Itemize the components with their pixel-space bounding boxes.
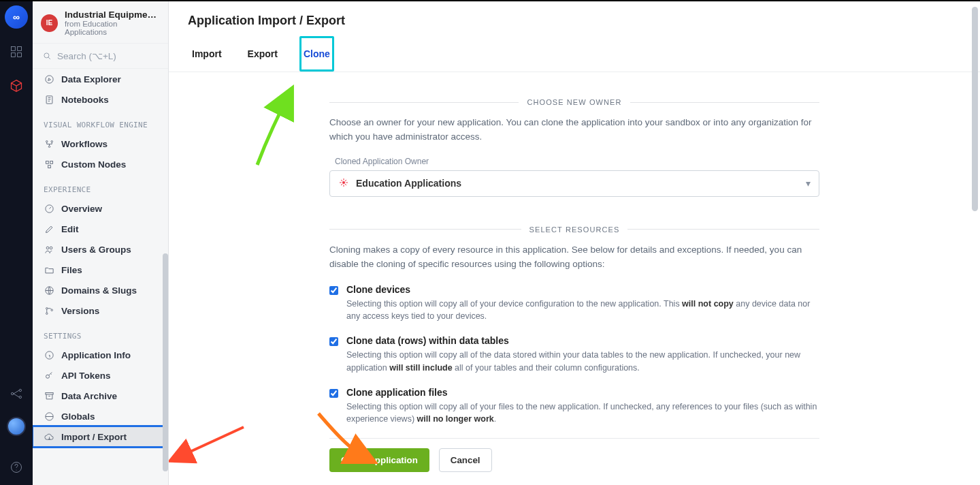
- svg-point-19: [50, 247, 52, 249]
- sidebar-item-versions[interactable]: Versions: [33, 300, 168, 321]
- tab-export[interactable]: Export: [244, 36, 282, 72]
- clone-application-button[interactable]: Clone Application: [329, 448, 429, 472]
- svg-point-23: [51, 309, 53, 311]
- sidebar-item-import-export[interactable]: Import / Export: [33, 426, 168, 447]
- network-icon: [10, 387, 23, 401]
- option-clone-data: Clone data (rows) within data tables Sel…: [329, 335, 819, 375]
- main: Application Import / Export Import Expor…: [169, 1, 980, 485]
- pencil-icon: [44, 223, 54, 234]
- sidebar-label: Versions: [61, 306, 99, 316]
- section-header-resources-text: SELECT RESOURCES: [529, 225, 620, 234]
- svg-rect-26: [45, 392, 52, 394]
- sidebar-item-users-groups[interactable]: Users & Groups: [33, 239, 168, 260]
- checkbox-clone-devices[interactable]: [329, 285, 338, 296]
- logo-glyph: ∞: [13, 12, 20, 22]
- sidebar-item-data-explorer[interactable]: Data Explorer: [33, 69, 168, 89]
- user-avatar[interactable]: [7, 417, 26, 436]
- option-clone-devices: Clone devices Selecting this option will…: [329, 284, 819, 324]
- sidebar-item-data-archive[interactable]: Data Archive: [33, 386, 168, 406]
- globe2-icon: [44, 411, 54, 422]
- option-title-data: Clone data (rows) within data tables: [346, 335, 819, 346]
- resources-description: Cloning makes a copy of every resource i…: [329, 243, 819, 272]
- sidebar-label: Users & Groups: [61, 245, 131, 255]
- app-badge: IE: [41, 14, 58, 32]
- option-desc-data: Selecting this option will copy all of t…: [346, 349, 819, 375]
- sidebar-label: Notebooks: [61, 95, 109, 105]
- svg-point-11: [46, 140, 48, 142]
- sidebar-item-workflows[interactable]: Workflows: [33, 134, 168, 154]
- search-row[interactable]: [33, 44, 168, 69]
- gauge-icon: [44, 203, 54, 214]
- sidebar-item-overview[interactable]: Overview: [33, 198, 168, 219]
- sidebar-item-custom-nodes[interactable]: Custom Nodes: [33, 154, 168, 174]
- svg-rect-16: [48, 165, 50, 168]
- rail-item-network[interactable]: [5, 383, 27, 405]
- search-icon: [42, 50, 52, 61]
- svg-point-5: [19, 389, 21, 391]
- section-label-workflow: VISUAL WORKFLOW ENGINE: [33, 110, 168, 134]
- info-icon: [44, 349, 54, 360]
- app-header[interactable]: IE Industrial Equipment … from Education…: [33, 1, 168, 44]
- owner-description: Choose an owner for your new application…: [329, 116, 819, 144]
- sidebar-item-files[interactable]: Files: [33, 260, 168, 280]
- sidebar-label: Data Archive: [61, 391, 117, 401]
- section-label-settings: SETTINGS: [33, 321, 168, 345]
- svg-point-13: [48, 146, 50, 148]
- brand-logo-icon[interactable]: ∞: [5, 5, 28, 29]
- sidebar-label: Edit: [61, 224, 79, 234]
- checkbox-clone-files[interactable]: [329, 388, 338, 398]
- svg-rect-14: [46, 161, 48, 163]
- sidebar-item-edit[interactable]: Edit: [33, 219, 168, 239]
- sidebar-item-app-info[interactable]: Application Info: [33, 345, 168, 365]
- rail-item-dashboard[interactable]: [5, 41, 27, 63]
- chevron-down-icon: ▾: [806, 178, 811, 189]
- sidebar-scrollbar[interactable]: [163, 253, 168, 471]
- option-title-devices: Clone devices: [346, 284, 819, 295]
- cancel-button[interactable]: Cancel: [439, 448, 492, 472]
- svg-point-18: [46, 247, 49, 249]
- svg-point-25: [46, 375, 49, 378]
- sidebar-item-notebooks[interactable]: Notebooks: [33, 89, 168, 110]
- users-icon: [44, 244, 54, 255]
- sidebar-item-domains[interactable]: Domains & Slugs: [33, 280, 168, 300]
- svg-rect-10: [46, 95, 52, 103]
- owner-select[interactable]: Education Applications ▾: [329, 170, 819, 197]
- sidebar-label: Domains & Slugs: [61, 285, 137, 296]
- notebook-icon: [44, 94, 54, 105]
- folder-icon: [44, 264, 54, 275]
- section-header-owner: CHOOSE NEW OWNER: [329, 98, 819, 106]
- org-icon: [338, 177, 349, 190]
- svg-point-28: [342, 181, 345, 184]
- compass-icon: [44, 74, 54, 84]
- branch-icon: [44, 305, 54, 316]
- checkbox-clone-data[interactable]: [329, 337, 338, 347]
- app-title: Industrial Equipment …: [65, 10, 160, 20]
- cloud-transfer-icon: [44, 431, 54, 442]
- sidebar-label: Workflows: [61, 139, 108, 149]
- tab-clone[interactable]: Clone: [299, 36, 334, 72]
- option-desc-devices: Selecting this option will copy all of y…: [346, 298, 819, 324]
- search-input[interactable]: [57, 51, 159, 61]
- svg-point-4: [12, 392, 14, 394]
- sidebar-item-api-tokens[interactable]: API Tokens: [33, 365, 168, 386]
- main-scrollbar[interactable]: [969, 4, 980, 482]
- rail-item-apps[interactable]: [5, 75, 27, 97]
- svg-point-21: [46, 307, 48, 309]
- sidebar: IE Industrial Equipment … from Education…: [33, 1, 169, 485]
- rail-item-help[interactable]: [5, 456, 27, 478]
- tab-import[interactable]: Import: [188, 36, 226, 72]
- page-title: Application Import / Export: [169, 1, 980, 36]
- dashboard-icon: [10, 45, 23, 59]
- svg-point-22: [46, 313, 48, 315]
- option-clone-files: Clone application files Selecting this o…: [329, 387, 819, 426]
- sidebar-label: Custom Nodes: [61, 159, 126, 170]
- globe-icon: [44, 285, 54, 296]
- option-title-files: Clone application files: [346, 387, 819, 398]
- section-label-experience: EXPERIENCE: [33, 174, 168, 198]
- svg-point-8: [44, 53, 49, 58]
- section-header-resources: SELECT RESOURCES: [329, 225, 819, 234]
- help-icon: [10, 460, 23, 474]
- workflow-icon: [44, 138, 54, 149]
- tabs: Import Export Clone: [169, 36, 980, 72]
- sidebar-item-globals[interactable]: Globals: [33, 406, 168, 426]
